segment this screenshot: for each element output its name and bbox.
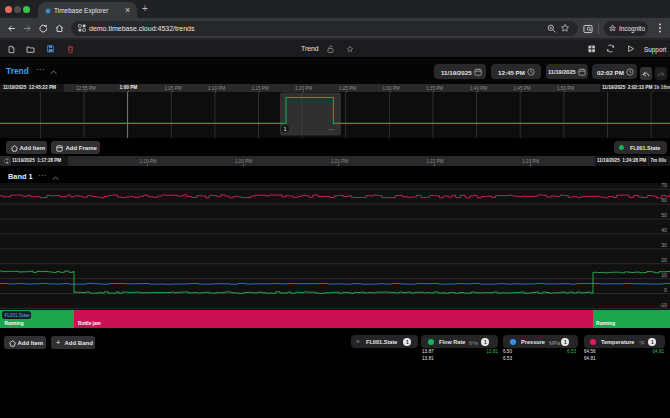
- svg-text:40: 40: [661, 227, 667, 233]
- svg-text:50: 50: [661, 212, 667, 218]
- svg-text:⋯: ⋯: [328, 126, 334, 132]
- svg-text:0: 0: [664, 287, 667, 293]
- svg-text:30: 30: [661, 242, 667, 248]
- svg-text:60: 60: [661, 197, 667, 203]
- svg-text:1: 1: [283, 126, 286, 132]
- svg-text:70: 70: [661, 183, 667, 188]
- svg-text:-10: -10: [660, 302, 668, 308]
- svg-text:20: 20: [661, 257, 667, 263]
- svg-text:10: 10: [661, 272, 667, 278]
